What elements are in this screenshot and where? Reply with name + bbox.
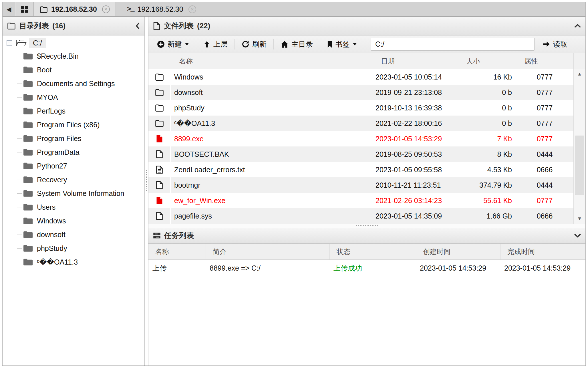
file-row[interactable]: 8899.exe2023-01-05 14:53:297 Kb0777 [148, 131, 573, 146]
caret-down-icon [185, 43, 189, 46]
tree-item-label: Documents and Settings [37, 80, 115, 88]
tree-item[interactable]: Recovery [3, 173, 144, 187]
task-column-status[interactable]: 状态 [329, 244, 416, 259]
tabs-scroll-left-button[interactable]: ◀ [3, 2, 15, 16]
tree-root-node[interactable]: − C:/ [3, 37, 144, 49]
file-name: BOOTSECT.BAK [171, 146, 373, 162]
file-attr: 0777 [516, 100, 573, 116]
collapse-left-icon[interactable] [136, 23, 140, 29]
folder-icon [23, 203, 33, 211]
tree-item-label: Recovery [37, 176, 67, 184]
scrollbar-track[interactable] [574, 79, 585, 214]
tree-item[interactable]: phpStudy [3, 241, 144, 255]
close-tab-icon[interactable]: ✕ [102, 5, 110, 13]
file-row[interactable]: ew_for_Win.exe2021-02-26 03:14:2355.61 K… [148, 193, 573, 208]
refresh-button[interactable]: 刷新 [235, 35, 273, 53]
tab-home[interactable] [15, 2, 34, 16]
directory-panel-title: 目录列表 [19, 21, 49, 31]
file-row[interactable]: Windows2023-01-05 10:05:1416 Kb0777 [148, 69, 573, 85]
terminal-icon: >_ [127, 5, 134, 13]
folder-icon [23, 190, 33, 197]
new-button[interactable]: 新建 [150, 35, 196, 53]
file-size: 7 Kb [458, 131, 516, 146]
home-button[interactable]: 主目录 [274, 35, 320, 53]
file-row[interactable]: ᶜ��OA11.32021-02-22 18:00:160 b0777 [148, 116, 573, 131]
tree-item[interactable]: ᶜ��OA11.3 [3, 255, 144, 269]
column-header-name[interactable]: 名称 [171, 53, 373, 69]
tree-item[interactable]: downsoft [3, 228, 144, 241]
tree-item[interactable]: Program Files (x86) [3, 118, 144, 132]
column-header-icon [148, 53, 171, 69]
tree-item[interactable]: Python27 [3, 159, 144, 173]
column-header-attr[interactable]: 属性 [516, 53, 573, 69]
tree-item[interactable]: Boot [3, 63, 144, 77]
tab-terminal[interactable]: >_ 192.168.52.30 ✕ [121, 2, 202, 16]
close-tab-icon[interactable]: ✕ [188, 5, 196, 13]
tree-item-label: PerfLogs [37, 107, 65, 115]
task-column-desc[interactable]: 简介 [206, 244, 329, 259]
file-attr: 0666 [516, 162, 573, 177]
task-column-name[interactable]: 名称 [148, 244, 206, 259]
tree-item[interactable]: MYOA [3, 90, 144, 104]
file-attr: 0777 [516, 116, 573, 131]
read-button[interactable]: 读取 [535, 35, 574, 53]
file-date: 2019-09-21 23:13:08 [373, 85, 458, 100]
scrollbar-thumb[interactable] [575, 136, 584, 195]
file-table-header: 名称 日期 大小 属性 [148, 53, 585, 69]
file-name: ZendLoader_errors.txt [171, 162, 373, 177]
tree-item[interactable]: $Recycle.Bin [3, 49, 144, 63]
tree-item-label: phpStudy [37, 244, 67, 253]
column-header-date[interactable]: 日期 [373, 53, 458, 69]
folder-icon [148, 85, 171, 100]
tree-item[interactable]: Users [3, 200, 144, 214]
tab-label: 192.168.52.30 [138, 5, 183, 13]
tree-item[interactable]: Documents and Settings [3, 77, 144, 90]
tree-item[interactable]: PerfLogs [3, 104, 144, 118]
file-name: ew_for_Win.exe [171, 193, 373, 208]
tree-collapse-icon[interactable]: − [7, 40, 12, 46]
folder-icon [23, 217, 33, 225]
panel-resize-handle[interactable] [144, 17, 148, 366]
file-row[interactable]: bootmgr2010-11-21 11:23:51374.79 Kb0444 [148, 177, 573, 193]
collapse-up-icon[interactable] [574, 24, 581, 28]
file-table: 名称 日期 大小 属性 Windows2023-01-05 10:05:1416… [148, 53, 585, 224]
task-column-created[interactable]: 创建时间 [416, 244, 500, 259]
file-name: pagefile.sys [171, 208, 373, 224]
bookmark-button[interactable]: 书签 [320, 35, 364, 53]
tree-root-label[interactable]: C:/ [29, 38, 46, 48]
tree-item[interactable]: Program Files [3, 132, 144, 145]
scroll-up-icon[interactable]: ▲ [574, 69, 585, 79]
file-row[interactable]: phpStudy2019-10-13 16:39:380 b0777 [148, 100, 573, 116]
tab-file-manager[interactable]: 192.168.52.30 ✕ [34, 2, 116, 16]
task-row[interactable]: 上传8899.exe => C:/上传成功2023-01-05 14:53:29… [148, 260, 585, 276]
file-row[interactable]: pagefile.sys2023-01-05 14:35:091.66 Gb06… [148, 208, 573, 224]
file-date: 2023-01-05 09:55:58 [373, 162, 458, 177]
file-toolbar: 新建 上层 刷新 [148, 35, 585, 53]
path-input[interactable] [371, 38, 535, 51]
file-attr: 0666 [516, 208, 573, 224]
folder-icon [40, 6, 48, 13]
tasks-resize-handle[interactable] [148, 224, 585, 228]
file-size: 8 Kb [458, 146, 516, 162]
scroll-down-icon[interactable]: ▼ [574, 214, 585, 224]
directory-panel: 目录列表 (16) − C:/ $Recycle.BinBootDocument… [3, 17, 144, 366]
folder-icon [23, 162, 33, 170]
task-column-finished[interactable]: 完成时间 [500, 244, 585, 259]
column-header-size[interactable]: 大小 [458, 53, 516, 69]
tree-item[interactable]: System Volume Information [3, 187, 144, 200]
file-row[interactable]: BOOTSECT.BAK2019-08-25 09:50:538 Kb0444 [148, 146, 573, 162]
folder-icon [148, 116, 171, 131]
collapse-down-icon[interactable] [574, 233, 581, 238]
up-button[interactable]: 上层 [196, 35, 235, 53]
file-row[interactable]: ZendLoader_errors.txt2023-01-05 09:55:58… [148, 162, 573, 177]
file-date: 2010-11-21 11:23:51 [373, 177, 458, 193]
tree-item[interactable]: Windows [3, 214, 144, 228]
tree-item-label: Windows [37, 217, 66, 225]
task-status: 上传成功 [329, 260, 416, 276]
file-row[interactable]: downsoft2019-09-21 23:13:080 b0777 [148, 85, 573, 100]
task-created: 2023-01-05 14:53:29 [416, 260, 500, 276]
tree-item[interactable]: ProgramData [3, 145, 144, 159]
refresh-icon [242, 40, 249, 48]
file-size: 0 b [458, 100, 516, 116]
file-list-scrollbar[interactable]: ▲ ▼ [573, 69, 585, 224]
